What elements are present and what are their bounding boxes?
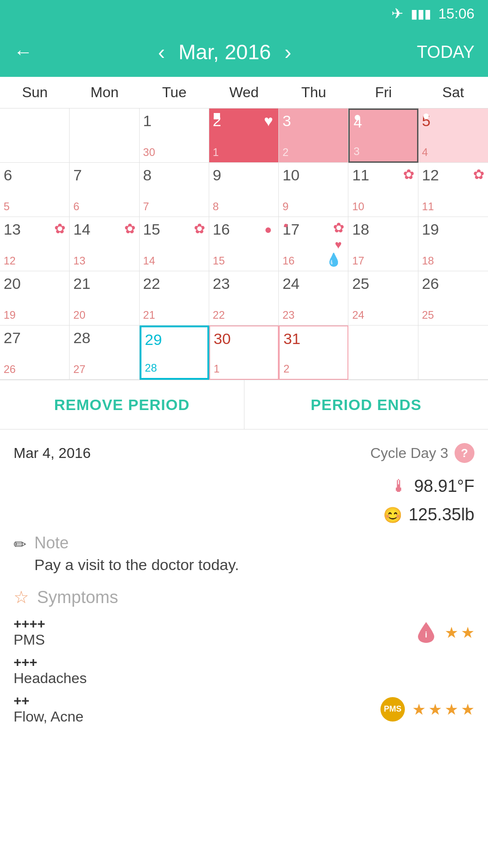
calendar-cell-16[interactable]: 16 15 ● [209,217,279,271]
scale-icon: 😊 [383,506,402,524]
calendar-cell-27[interactable]: 27 26 [0,326,70,380]
detail-section: Mar 4, 2016 Cycle Day 3 ? 🌡 98.91°F 😊 12… [0,429,488,725]
calendar-cell-empty [418,326,488,380]
flow-stars: ★ ★ ★ ★ [412,700,474,718]
symptom-pms: ++++ PMS i ★ ★ [14,616,474,648]
temperature-value: 98.91°F [414,476,474,496]
calendar-cell-3[interactable]: 3 2 [279,108,348,163]
calendar-cell-6[interactable]: 6 5 [0,163,70,217]
calendar-cell-28[interactable]: 28 27 [70,326,139,380]
note-section: ✏ Note Pay a visit to the doctor today. [14,533,474,574]
day-header-tue: Tue [140,77,209,108]
flower-icon: ✿ [333,220,344,236]
calendar-cell-9[interactable]: 9 8 [209,163,279,217]
calendar-cell-30[interactable]: 30 1 [209,326,279,380]
symptoms-header: ☆ Symptoms [14,587,474,607]
weight-value: 125.35lb [408,505,474,524]
calendar-cell-18[interactable]: 18 17 [348,217,418,271]
day-header-fri: Fri [348,77,418,108]
svg-point-1 [355,115,360,120]
calendar-cell-2[interactable]: 2 1 ♥ [209,108,279,163]
pms-stars: ★ ★ [445,623,474,642]
day-header-sat: Sat [418,77,488,108]
calendar-cell-23[interactable]: 23 22 [209,271,279,326]
heart-icon: ♥ [264,112,273,130]
calendar-cell-12[interactable]: 12 11 ✿ [418,163,488,217]
note-label: Note [34,533,239,552]
prev-month-button[interactable]: ‹ [158,40,165,64]
calendar-grid: 1 30 2 1 ♥ 3 2 4 3 5 4 6 5 7 6 [0,108,488,380]
symptom-name-pms: PMS [14,632,45,648]
calendar-cell-24[interactable]: 24 23 [279,271,348,326]
symptom-name-headaches: Headaches [14,670,87,687]
calendar-cell-empty [70,108,139,163]
drop-icon: 💧 [326,252,342,267]
symptom-intensity-1: ++++ [14,616,45,632]
period-ends-button[interactable]: PERIOD ENDS [244,380,488,429]
calendar-cell-13[interactable]: 13 12 ✿ [0,217,70,271]
cycle-help-icon[interactable]: ? [455,443,474,463]
symptom-intensity-3: ++ [14,693,84,708]
dot-icon [214,113,220,119]
calendar-cell-empty [348,326,418,380]
symptom-headaches: +++ Headaches [14,655,474,687]
day-header-mon: Mon [70,77,139,108]
month-nav: ‹ Mar, 2016 › [158,40,291,64]
detail-date: Mar 4, 2016 [14,445,91,462]
svg-point-2 [423,113,429,119]
calendar-cell-11[interactable]: 11 10 ✿ [348,163,418,217]
symptom-flow-acne: ++ Flow, Acne PMS ★ ★ ★ ★ [14,693,474,725]
note-pencil-icon[interactable]: ✏ [14,535,26,553]
calendar-header: ← ‹ Mar, 2016 › TODAY [0,27,488,77]
calendar-cell-19[interactable]: 19 18 [418,217,488,271]
symptoms-label: Symptoms [37,588,118,607]
svg-text:i: i [425,630,427,639]
flower-icon: ✿ [473,166,484,182]
drop-info-icon: i [415,620,437,645]
remove-period-button[interactable]: REMOVE PERIOD [0,380,244,429]
calendar-cell-31[interactable]: 31 2 [279,326,348,380]
calendar-cell-empty [0,108,70,163]
next-month-button[interactable]: › [285,40,291,64]
note-text: Pay a visit to the doctor today. [34,556,239,574]
day-headers: Sun Mon Tue Wed Thu Fri Sat [0,77,488,108]
month-title: Mar, 2016 [178,40,271,64]
detail-header: Mar 4, 2016 Cycle Day 3 ? [14,443,474,463]
calendar-cell-17[interactable]: 17 16 ● ✿ ♥ 💧 [279,217,348,271]
day-header-sun: Sun [0,77,70,108]
thermometer-icon: 🌡 [390,476,408,496]
calendar-cell-25[interactable]: 25 24 [348,271,418,326]
calendar-cell-15[interactable]: 15 14 ✿ [140,217,209,271]
day-header-thu: Thu [279,77,348,108]
flower-icon: ✿ [194,221,205,236]
calendar-cell-29[interactable]: 29 28 [140,326,209,380]
calendar-cell-5[interactable]: 5 4 [418,108,488,163]
dot-icon [354,114,361,121]
calendar-cell-20[interactable]: 20 19 [0,271,70,326]
symptoms-star-icon[interactable]: ☆ [14,587,29,607]
calendar-cell-7[interactable]: 7 6 [70,163,139,217]
cycle-day-label: Cycle Day 3 [371,445,449,462]
day-header-wed: Wed [209,77,279,108]
calendar-cell-10[interactable]: 10 9 [279,163,348,217]
today-button[interactable]: TODAY [417,42,474,62]
calendar-cell-1[interactable]: 1 30 [140,108,209,163]
battery-icon: ▮▮▮ [411,6,431,21]
circle-icon: ● [264,222,272,237]
weight-stat: 😊 125.35lb [383,505,474,524]
calendar-cell-4[interactable]: 4 3 [348,108,418,163]
calendar-cell-22[interactable]: 22 21 [140,271,209,326]
calendar-cell-26[interactable]: 26 25 [418,271,488,326]
airplane-icon: ✈ [391,5,404,22]
calendar-cell-21[interactable]: 21 20 [70,271,139,326]
svg-point-0 [214,113,220,119]
calendar-cell-8[interactable]: 8 7 [140,163,209,217]
status-bar: ✈ ▮▮▮ 15:06 [0,0,488,27]
flower-icon: ✿ [124,221,136,236]
calendar-cell-14[interactable]: 14 13 ✿ [70,217,139,271]
dot-icon: ● [283,221,288,230]
back-button[interactable]: ← [14,41,33,63]
dot-icon [423,113,429,119]
symptoms-section: ☆ Symptoms ++++ PMS i ★ ★ [14,587,474,725]
pms-badge-icon: PMS [380,697,405,722]
